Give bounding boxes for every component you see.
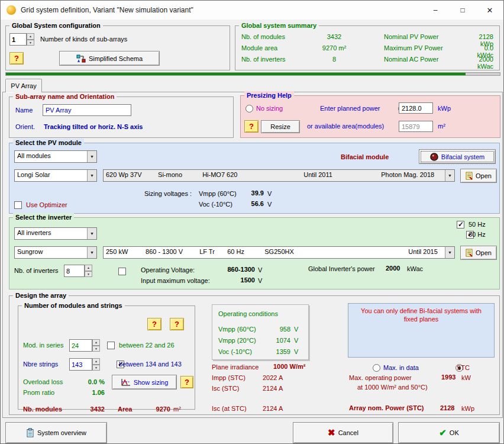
available-area-input[interactable] — [399, 121, 433, 132]
nb-inverters-spinner[interactable]: ▲ ▼ — [64, 265, 92, 277]
spin-down-icon[interactable]: ▼ — [92, 346, 100, 352]
hz50-checkbox[interactable] — [457, 221, 464, 229]
inverter-freq: 60 Hz — [227, 248, 263, 255]
simplified-schema-button[interactable]: Simplified Schema — [59, 51, 160, 66]
no-sizing-radio[interactable] — [245, 105, 253, 112]
chevron-down-icon[interactable]: ▼ — [87, 228, 96, 239]
use-optimizer-label[interactable]: Use Optimizer — [26, 201, 67, 208]
max-power-note: at 1000 W/m² and 50°C) — [357, 384, 428, 391]
spin-down-icon[interactable]: ▼ — [92, 365, 100, 371]
planned-power-input[interactable] — [399, 102, 433, 114]
use-optimizer-checkbox[interactable] — [14, 201, 22, 209]
op-row-label: Vmpp (60°C) — [218, 326, 256, 333]
voc-unit: V — [267, 201, 272, 208]
inverter-option-checkbox[interactable] — [118, 268, 126, 275]
spin-up-icon[interactable]: ▲ — [92, 358, 100, 365]
planned-power-label: Enter planned power — [320, 105, 380, 112]
subarray-count-spinner[interactable]: ▲ ▼ — [9, 33, 34, 46]
help-button[interactable]: ? — [147, 318, 161, 330]
strings-input[interactable] — [69, 358, 92, 371]
array-power-label: Array nom. Power (STC) — [349, 404, 424, 411]
show-sizing-button[interactable]: Show sizing — [112, 375, 177, 390]
minimize-button[interactable]: – — [422, 1, 449, 20]
module-open-button[interactable]: Open — [460, 169, 497, 183]
strings-label: Nbre strings — [23, 361, 58, 368]
help-button[interactable]: ? — [244, 120, 259, 133]
spin-down-icon[interactable]: ▼ — [27, 40, 34, 46]
bifacial-module-label: Bifacial module — [341, 153, 389, 160]
pnom-value: 1.06 — [76, 389, 105, 396]
module-power: 620 Wp 37V — [106, 171, 156, 178]
help-button[interactable]: ? — [9, 52, 24, 65]
strings-range-label[interactable]: between 134 and 143 — [119, 361, 189, 368]
plane-irradiance-label: Plane irradiance — [212, 363, 259, 371]
tab-pv-array[interactable]: PV Array — [5, 79, 42, 92]
cancel-button[interactable]: ✖ Cancel — [293, 422, 393, 443]
module-filter-value: All modules — [15, 151, 87, 162]
help-button[interactable]: ? — [180, 376, 193, 388]
subarray-name-input[interactable] — [43, 104, 131, 116]
module-filter-combo[interactable]: All modules ▼ — [14, 150, 97, 163]
global-power-label: Global Inverter's power — [308, 265, 375, 272]
chevron-down-icon[interactable]: ▼ — [445, 170, 454, 181]
max-voltage-label: Input maximum voltage: — [141, 277, 210, 284]
mod-series-input[interactable] — [69, 339, 92, 352]
chevron-down-icon[interactable]: ▼ — [87, 247, 96, 258]
no-sizing-label[interactable]: No sizing — [256, 105, 283, 112]
inverter-voltage: 860 - 1300 V — [146, 248, 198, 255]
help-button[interactable]: ? — [170, 318, 184, 330]
bifacial-warning-box: You can only define Bi-facial systems wi… — [348, 303, 495, 358]
max-in-data-label[interactable]: Max. in data — [383, 364, 419, 371]
summary-title: Global system summary — [239, 21, 319, 30]
inverter-select-combo[interactable]: 250 kW 860 - 1300 V LF Tr 60 Hz SG250HX … — [103, 246, 455, 259]
pnom-label: Pnom ratio — [23, 389, 54, 396]
op-row-value: 958 — [266, 326, 290, 333]
show-sizing-label: Show sizing — [134, 379, 169, 386]
area-label: Area — [118, 406, 132, 413]
module-select-combo[interactable]: 620 Wp 37V Si-mono Hi-MO7 620 Until 2011… — [103, 169, 455, 182]
operating-voltage-label: Operating Voltage: — [141, 266, 195, 274]
subarray-count-input[interactable] — [9, 33, 27, 46]
op-row-unit: V — [294, 348, 298, 355]
system-overview-button[interactable]: System overview — [5, 422, 107, 443]
chevron-down-icon[interactable]: ▼ — [87, 151, 96, 162]
inverter-open-button[interactable]: Open — [460, 246, 497, 260]
close-button[interactable]: ✕ — [476, 1, 503, 20]
ok-button[interactable]: ✔ OK — [398, 422, 500, 443]
dialog-content: Global System configuration ▲ ▼ Number o… — [1, 20, 504, 444]
spin-up-icon[interactable]: ▲ — [92, 339, 100, 346]
inverter-manufacturer-combo[interactable]: Sungrow ▼ — [14, 246, 97, 259]
inverter-model-name: SG250HX — [264, 248, 406, 255]
mod-series-spinner[interactable]: ▲ ▼ — [69, 339, 100, 352]
spin-up-icon[interactable]: ▲ — [85, 265, 92, 271]
available-area-label: or available area(modules) — [307, 123, 384, 130]
simplified-schema-label: Simplified Schema — [89, 55, 143, 62]
isc-value: 2124 A — [263, 385, 283, 392]
operating-voltage-unit: V — [258, 266, 262, 274]
summary-label: Nb. of inverters — [241, 56, 311, 70]
hz50-label[interactable]: 50 Hz — [469, 221, 486, 228]
presizing-group: Presizing Help No sizing Enter planned p… — [240, 95, 500, 138]
resize-button[interactable]: Resize — [261, 120, 300, 133]
chevron-down-icon[interactable]: ▼ — [445, 247, 454, 258]
isc-at-stc-label: Isc (at STC) — [212, 405, 247, 412]
series-range-label[interactable]: between 22 and 26 — [119, 342, 175, 349]
series-range-checkbox[interactable] — [107, 342, 115, 349]
design-title: Design the array — [13, 291, 69, 300]
spin-down-icon[interactable]: ▼ — [85, 271, 92, 278]
strings-spinner[interactable]: ▲ ▼ — [69, 358, 100, 371]
bifacial-system-button[interactable]: Bifacial system — [419, 149, 496, 164]
hz60-label[interactable]: 60 Hz — [469, 231, 486, 238]
chevron-down-icon[interactable]: ▼ — [87, 170, 96, 181]
op-row-value: 1074 — [266, 337, 290, 344]
op-row-unit: V — [294, 337, 298, 344]
module-manufacturer-combo[interactable]: Longi Solar ▼ — [14, 169, 97, 182]
spin-up-icon[interactable]: ▲ — [27, 33, 34, 40]
stc-label[interactable]: STC — [457, 364, 470, 371]
max-in-data-radio[interactable] — [373, 364, 380, 372]
nb-inverters-input[interactable] — [64, 265, 85, 277]
maximize-button[interactable]: □ — [449, 1, 476, 20]
planned-power-unit: kWp — [438, 105, 451, 112]
inverter-filter-combo[interactable]: All inverters ▼ — [14, 227, 97, 240]
summary-label: Nominal AC Power — [384, 56, 473, 70]
